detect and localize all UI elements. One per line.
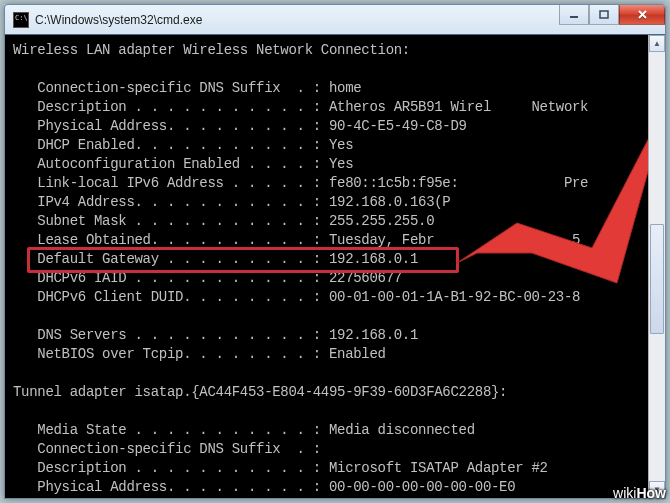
scroll-thumb[interactable] [650, 224, 664, 334]
titlebar[interactable]: C:\Windows\system32\cmd.exe [4, 4, 666, 34]
window-title: C:\Windows\system32\cmd.exe [35, 13, 202, 27]
cmd-window: C:\Windows\system32\cmd.exe Wireless LAN… [4, 4, 666, 499]
svg-rect-0 [570, 16, 578, 18]
terminal-area[interactable]: Wireless LAN adapter Wireless Network Co… [4, 34, 666, 499]
maximize-icon [599, 10, 609, 20]
maximize-button[interactable] [589, 5, 619, 25]
minimize-icon [569, 10, 579, 20]
close-button[interactable] [619, 5, 665, 25]
minimize-button[interactable] [559, 5, 589, 25]
watermark: wikiHow [613, 485, 666, 501]
close-icon [637, 9, 648, 20]
scroll-up-button[interactable]: ▲ [649, 35, 665, 52]
scroll-track[interactable] [649, 52, 665, 481]
cmd-icon [13, 12, 29, 28]
window-controls [559, 5, 665, 25]
svg-rect-1 [600, 11, 608, 18]
vertical-scrollbar[interactable]: ▲ ▼ [648, 35, 665, 498]
terminal-text: Wireless LAN adapter Wireless Network Co… [13, 41, 661, 499]
